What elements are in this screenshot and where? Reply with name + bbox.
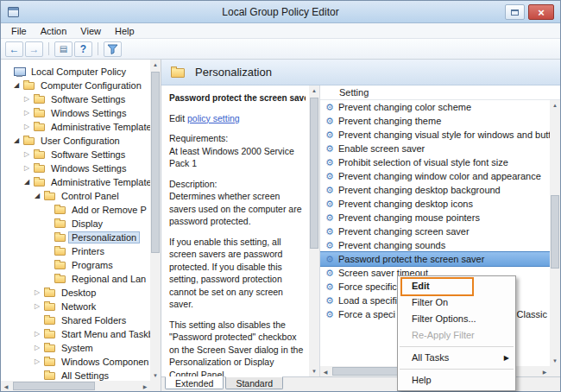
setting-row-selected[interactable]: Password protect the screen saver <box>320 252 550 266</box>
tree-item-all-settings[interactable]: All Settings <box>1 369 150 381</box>
scroll-thumb[interactable] <box>151 72 160 253</box>
menu-view[interactable]: View <box>73 24 108 38</box>
tree-selected-label: Personalization <box>69 232 139 243</box>
setting-row[interactable]: Prevent changing window color and appear… <box>320 169 550 183</box>
tree-item-regional-and-language[interactable]: Regional and Lan <box>1 272 150 286</box>
chevron-collapsed-icon[interactable] <box>35 358 44 365</box>
tree-item-user-configuration[interactable]: User Configuration <box>1 134 150 148</box>
chevron-expanded-icon[interactable] <box>35 193 44 199</box>
policy-setting-icon <box>325 226 335 237</box>
maximize-button[interactable] <box>505 4 525 20</box>
chevron-collapsed-icon[interactable] <box>24 96 34 103</box>
tab-extended[interactable]: Extended <box>165 376 224 389</box>
forward-arrow-icon: → <box>29 44 40 54</box>
scroll-thumb[interactable] <box>13 382 95 390</box>
tree-item-administrative-templates-user[interactable]: Administrative Template <box>1 175 150 189</box>
scroll-down-icon[interactable] <box>309 366 319 376</box>
tree-item-shared-folders[interactable]: Shared Folders <box>1 313 150 327</box>
setting-row[interactable]: Prevent changing desktop background <box>320 183 550 197</box>
tree-item-programs[interactable]: Programs <box>1 258 150 272</box>
menu-file[interactable]: File <box>4 24 34 38</box>
tree-item-windows-settings-user[interactable]: Windows Settings <box>1 161 150 175</box>
setting-row[interactable]: Prevent changing theme <box>320 114 550 128</box>
chevron-collapsed-icon[interactable] <box>24 110 34 117</box>
console-tree-button[interactable]: ▤ <box>54 41 72 57</box>
help-button[interactable]: ? <box>74 41 92 57</box>
title-bar[interactable]: Local Group Policy Editor × <box>1 1 560 23</box>
back-button[interactable]: ← <box>5 41 23 57</box>
chevron-collapsed-icon[interactable] <box>24 151 34 158</box>
context-menu-item-filter-options[interactable]: Filter Options... <box>398 311 515 327</box>
tree-item-administrative-templates-computer[interactable]: Administrative Template <box>1 120 150 134</box>
edit-policy-setting-link[interactable]: policy setting <box>187 113 240 123</box>
tree-horizontal-scrollbar[interactable] <box>1 381 150 391</box>
chevron-expanded-icon[interactable] <box>24 179 34 186</box>
system-menu-icon[interactable] <box>8 7 19 17</box>
chevron-collapsed-icon[interactable] <box>35 345 44 351</box>
scroll-thumb[interactable] <box>310 98 318 249</box>
forward-button[interactable]: → <box>25 41 43 57</box>
chevron-collapsed-icon[interactable] <box>35 331 44 338</box>
chevron-collapsed-icon[interactable] <box>24 165 34 172</box>
toolbar-separator <box>48 42 49 55</box>
tree-item-software-settings-computer[interactable]: Software Settings <box>1 92 150 106</box>
context-menu-item-edit[interactable]: Edit <box>398 278 515 294</box>
setting-row[interactable]: Prevent changing desktop icons <box>320 197 550 211</box>
tree-item-personalization[interactable]: Personalization <box>1 231 150 244</box>
chevron-expanded-icon[interactable] <box>14 82 23 89</box>
context-menu-item-help[interactable]: Help <box>398 372 515 389</box>
tree-item-display[interactable]: Display <box>1 217 150 231</box>
tree-item-computer-configuration[interactable]: Computer Configuration <box>1 79 150 92</box>
setting-row[interactable]: Prevent changing screen saver <box>320 224 550 238</box>
description-paragraph: This setting also disables the "Password… <box>169 319 306 376</box>
menu-help[interactable]: Help <box>108 24 142 38</box>
scroll-left-icon[interactable] <box>1 381 11 391</box>
setting-row[interactable]: Prevent changing visual style for window… <box>320 128 550 142</box>
chevron-collapsed-icon[interactable] <box>35 289 44 296</box>
folder-icon <box>34 151 45 159</box>
setting-row[interactable]: Prohibit selection of visual style font … <box>320 155 550 169</box>
scroll-up-icon[interactable] <box>550 100 560 111</box>
tree-item-windows-components[interactable]: Windows Componen <box>1 355 150 369</box>
back-arrow-icon: ← <box>9 44 20 54</box>
setting-row[interactable]: Prevent changing mouse pointers <box>320 211 550 224</box>
scroll-down-icon[interactable] <box>550 356 560 366</box>
setting-row[interactable]: Prevent changing sounds <box>320 238 550 252</box>
tree-item-start-menu-and-taskbar[interactable]: Start Menu and Taskb <box>1 327 150 341</box>
setting-row[interactable]: Prevent changing color scheme <box>320 100 550 114</box>
scroll-left-icon[interactable] <box>320 366 331 376</box>
tree-item-add-or-remove-programs[interactable]: Add or Remove P <box>1 203 150 217</box>
description-vertical-scrollbar[interactable] <box>309 85 319 376</box>
settings-column-header[interactable]: Setting <box>320 85 560 100</box>
chevron-collapsed-icon[interactable] <box>24 123 34 130</box>
tree-vertical-scrollbar[interactable] <box>150 60 161 381</box>
close-button[interactable]: × <box>528 4 554 20</box>
policy-title: Password protect the screen saver <box>169 92 306 104</box>
scroll-up-icon[interactable] <box>309 85 319 96</box>
policy-setting-icon <box>325 185 335 196</box>
scroll-up-icon[interactable] <box>150 60 161 70</box>
tab-standard[interactable]: Standard <box>225 376 283 389</box>
context-menu-item-filter-on[interactable]: Filter On <box>398 294 515 311</box>
tree-item-network[interactable]: Network <box>1 300 150 313</box>
scroll-down-icon[interactable] <box>150 370 161 381</box>
scroll-right-icon[interactable] <box>539 366 550 376</box>
context-menu: Edit Filter On Filter Options... Re-Appl… <box>397 275 516 391</box>
tree-item-desktop[interactable]: Desktop <box>1 286 150 300</box>
scroll-thumb[interactable] <box>551 195 559 269</box>
tree-item-windows-settings-computer[interactable]: Windows Settings <box>1 106 150 120</box>
filter-button[interactable] <box>104 41 122 57</box>
tree-item-software-settings-user[interactable]: Software Settings <box>1 148 150 161</box>
chevron-collapsed-icon[interactable] <box>35 303 44 310</box>
policy-setting-icon <box>325 171 335 182</box>
list-vertical-scrollbar[interactable] <box>550 100 560 366</box>
menu-action[interactable]: Action <box>34 24 74 38</box>
tree-item-control-panel[interactable]: Control Panel <box>1 189 150 203</box>
tree-item-system[interactable]: System <box>1 341 150 355</box>
chevron-expanded-icon[interactable] <box>14 137 23 144</box>
context-menu-item-all-tasks[interactable]: All Tasks▶ <box>398 350 515 366</box>
setting-row[interactable]: Enable screen saver <box>320 142 550 155</box>
scroll-right-icon[interactable] <box>140 381 150 391</box>
tree-item-printers[interactable]: Printers <box>1 244 150 258</box>
tree-item-local-computer-policy[interactable]: Local Computer Policy <box>1 65 150 79</box>
